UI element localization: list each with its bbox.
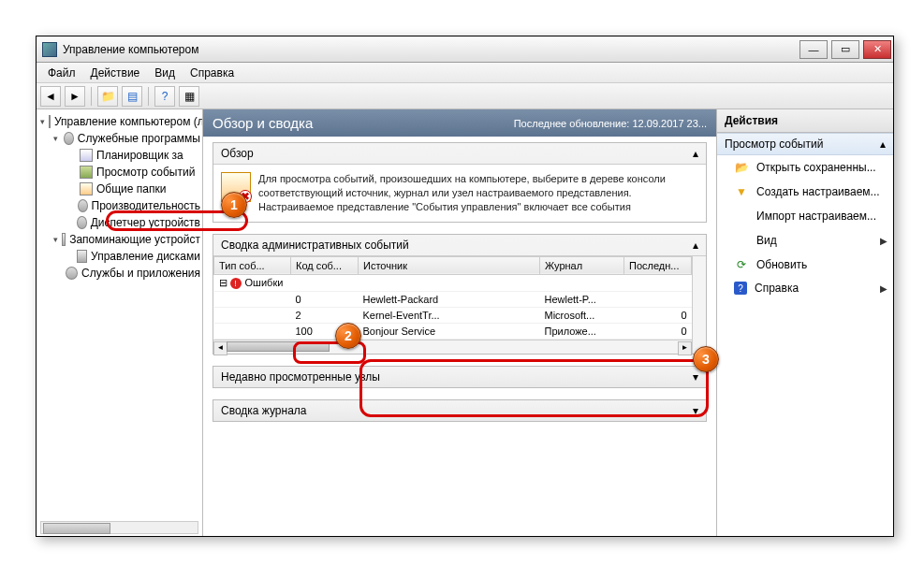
col-type[interactable]: Тип соб...: [214, 256, 291, 274]
page-title: Обзор и сводка: [213, 115, 313, 131]
tree-storage[interactable]: Запоминающие устройст: [53, 231, 200, 248]
folder-icon: 📂: [734, 160, 749, 175]
funnel-icon: ▼: [734, 184, 749, 199]
tree-system-tools[interactable]: Служебные программы: [53, 130, 200, 147]
chevron-up-icon[interactable]: ▴: [880, 138, 886, 151]
toolbar: ◄ ► 📁 ▤ ? ▦: [37, 83, 893, 109]
center-header: Обзор и сводка Последнее обновление: 12.…: [203, 109, 716, 137]
menu-action[interactable]: Действие: [83, 65, 148, 81]
window-title: Управление компьютером: [63, 43, 798, 56]
center-pane: Обзор и сводка Последнее обновление: 12.…: [203, 109, 717, 536]
action-import-custom[interactable]: Импорт настраиваем...: [717, 204, 893, 228]
tree-task-scheduler[interactable]: Планировщик за: [66, 147, 200, 164]
menu-view[interactable]: Вид: [147, 65, 183, 81]
action-open-saved[interactable]: 📂Открыть сохраненны...: [717, 155, 893, 180]
tree-services-apps[interactable]: Службы и приложения: [53, 265, 200, 282]
events-table[interactable]: Тип соб... Код соб... Источник Журнал По…: [213, 256, 692, 340]
import-icon: [734, 209, 749, 224]
maximize-button[interactable]: ▭: [831, 40, 859, 59]
marker-1: 1: [221, 192, 247, 218]
properties-icon[interactable]: ▦: [179, 86, 199, 107]
table-row[interactable]: 100Bonjour ServiceПриложе...0: [214, 323, 692, 339]
col-source[interactable]: Источник: [359, 256, 540, 274]
actions-pane: Действия Просмотр событий ▴ 📂Открыть сох…: [717, 109, 893, 536]
show-hide-tree-icon[interactable]: ▤: [122, 86, 142, 107]
section-overview: Обзор ▴ Для просмотра событий, произошед…: [213, 142, 707, 223]
actions-subheader[interactable]: Просмотр событий ▴: [717, 133, 893, 155]
app-icon: [42, 42, 57, 57]
row-errors-group[interactable]: ⊟ !Ошибки: [214, 274, 692, 291]
section-admin-summary: Сводка административных событий ▴ Тип со…: [213, 234, 707, 355]
help-icon[interactable]: ?: [154, 86, 175, 107]
col-log[interactable]: Журнал: [540, 256, 624, 274]
actions-header: Действия: [717, 109, 893, 133]
section-overview-header[interactable]: Обзор ▴: [213, 143, 706, 164]
table-row[interactable]: 0Hewlett-PackardHewlett-P...: [214, 291, 692, 307]
marker-2: 2: [335, 323, 361, 349]
minimize-button[interactable]: —: [799, 40, 828, 59]
collapse-icon[interactable]: ▴: [693, 147, 698, 160]
forward-icon[interactable]: ►: [65, 86, 85, 107]
collapse-icon[interactable]: ▴: [693, 239, 698, 252]
tree-h-scrollbar[interactable]: [40, 521, 198, 534]
menu-file[interactable]: Файл: [40, 65, 83, 81]
error-icon: !: [230, 278, 242, 289]
col-last[interactable]: Последн...: [624, 256, 692, 274]
chevron-right-icon: ▶: [880, 283, 887, 294]
help-icon: ?: [734, 282, 747, 295]
action-view[interactable]: Вид▶: [717, 228, 893, 253]
tree-root[interactable]: Управление компьютером (л: [40, 113, 200, 130]
tree-event-viewer[interactable]: Просмотр событий: [66, 164, 200, 181]
col-code[interactable]: Код соб...: [291, 256, 359, 274]
close-button[interactable]: ✕: [863, 40, 891, 59]
titlebar[interactable]: Управление компьютером — ▭ ✕: [37, 36, 893, 63]
overview-text: Для просмотра событий, произошедших на к…: [258, 172, 698, 214]
refresh-icon: ⟳: [734, 257, 749, 272]
tree-shared-folders[interactable]: Общие папки: [66, 181, 200, 197]
table-v-scrollbar[interactable]: [692, 256, 706, 354]
action-create-custom[interactable]: ▼Создать настраиваем...: [717, 180, 893, 204]
console-tree[interactable]: Управление компьютером (л Служебные прог…: [37, 109, 203, 536]
up-icon[interactable]: 📁: [97, 86, 118, 107]
section-admin-summary-header[interactable]: Сводка административных событий ▴: [213, 235, 706, 255]
menubar: Файл Действие Вид Справка: [37, 63, 893, 83]
chevron-right-icon: ▶: [880, 236, 887, 246]
marker-3: 3: [693, 346, 719, 372]
table-row[interactable]: 2Kernel-EventTr...Microsoft...0: [214, 307, 692, 323]
action-help[interactable]: ?Справка▶: [717, 277, 893, 299]
menu-help[interactable]: Справка: [183, 65, 242, 81]
tree-disk-management[interactable]: Управление дисками: [66, 248, 200, 265]
table-h-scrollbar[interactable]: [213, 340, 692, 354]
callout-3: [359, 359, 709, 417]
back-icon[interactable]: ◄: [40, 86, 61, 107]
last-updated: Последнее обновление: 12.09.2017 23...: [514, 118, 707, 129]
tree-root-label: Управление компьютером (л: [54, 113, 203, 130]
action-refresh[interactable]: ⟳Обновить: [717, 253, 893, 277]
